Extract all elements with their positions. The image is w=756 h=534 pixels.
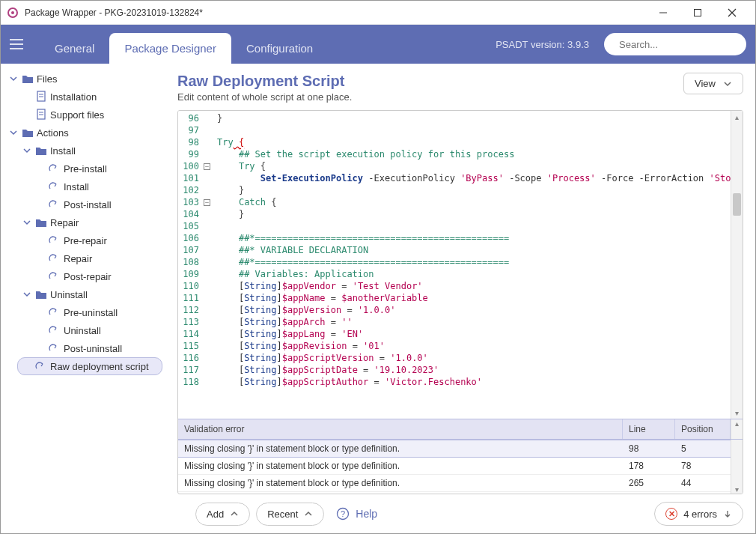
recent-button-label: Recent <box>267 509 298 520</box>
step-icon <box>49 306 61 318</box>
view-button[interactable]: View <box>683 73 743 94</box>
main-area: Files Installation Support files Actions… <box>1 64 755 534</box>
tree-pre-install[interactable]: Pre-install <box>31 160 162 178</box>
validation-line: 178 <box>623 458 675 474</box>
tree-installation[interactable]: Installation <box>17 88 162 106</box>
validation-pos: 44 <box>675 475 731 491</box>
chevron-up-icon <box>230 509 239 518</box>
fold-toggle[interactable]: − <box>204 199 210 206</box>
tree-label: Actions <box>37 127 69 139</box>
col-position[interactable]: Position <box>675 419 731 439</box>
tree-label: Repair <box>50 217 79 228</box>
tree-support-files[interactable]: Support files <box>17 106 162 124</box>
tree-files[interactable]: Files <box>4 70 162 88</box>
arrow-down-icon <box>723 509 732 518</box>
step-icon <box>49 342 61 354</box>
code-text[interactable]: } Try { ## Set the script execution poli… <box>214 111 731 419</box>
scroll-thumb[interactable] <box>733 193 741 216</box>
sidebar-tree: Files Installation Support files Actions… <box>1 64 165 534</box>
col-line[interactable]: Line <box>623 419 675 439</box>
app-icon <box>7 7 19 19</box>
validation-scrollbar[interactable]: ▾ <box>731 440 743 494</box>
step-icon <box>49 270 61 282</box>
content-pane: Raw Deployment Script Edit content of wh… <box>165 64 755 534</box>
tree-post-repair[interactable]: Post-repair <box>31 267 162 285</box>
tree-actions[interactable]: Actions <box>4 124 162 142</box>
add-button[interactable]: Add <box>195 503 250 526</box>
tree-label: Support files <box>50 109 104 121</box>
fold-toggle[interactable]: − <box>204 163 210 170</box>
window-title: Package Wrapper - PKG-20231019-132824* <box>25 7 646 18</box>
code-editor[interactable]: 9697989910010110210310410510610710810911… <box>178 111 743 419</box>
tree-repair[interactable]: Repair <box>17 213 162 231</box>
folder-icon <box>35 216 47 228</box>
scroll-down-icon[interactable]: ▾ <box>731 407 743 419</box>
menu-button[interactable] <box>10 35 28 53</box>
validation-row[interactable]: Missing closing '}' in statement block o… <box>178 440 731 458</box>
tree-post-uninstall[interactable]: Post-uninstall <box>31 339 162 357</box>
tree-label: Post-install <box>64 199 112 210</box>
page-title: Raw Deployment Script <box>177 73 352 90</box>
recent-button[interactable]: Recent <box>256 503 324 526</box>
step-icon <box>49 324 61 336</box>
close-button[interactable] <box>715 1 749 25</box>
val-scroll-up-icon[interactable]: ▴ <box>731 419 743 439</box>
minimize-button[interactable] <box>646 1 680 25</box>
tree-uninstall[interactable]: Uninstall <box>17 285 162 303</box>
errors-button[interactable]: ✕ 4 errors <box>654 502 743 526</box>
tree-post-install[interactable]: Post-install <box>31 195 162 213</box>
tree-label: Raw deployment script <box>50 361 149 372</box>
validation-line: 315 <box>623 492 675 494</box>
tree-label: Installation <box>50 91 97 103</box>
line-gutter: 9697989910010110210310410510610710810911… <box>178 111 204 419</box>
help-link[interactable]: ? Help <box>336 507 377 521</box>
psadt-version: PSADT version: 3.9.3 <box>496 39 589 50</box>
tab-configuration[interactable]: Configuration <box>231 33 328 64</box>
help-icon: ? <box>336 507 350 521</box>
tree-repair[interactable]: Repair <box>31 249 162 267</box>
tree-pre-uninstall[interactable]: Pre-uninstall <box>31 303 162 321</box>
tree-raw-deployment-script[interactable]: Raw deployment script <box>17 357 162 375</box>
errors-label: 4 errors <box>683 509 717 520</box>
search-input[interactable] <box>619 39 745 50</box>
chevron-down-icon <box>8 73 19 84</box>
tree-label: Pre-repair <box>64 235 107 246</box>
tree-label: Post-uninstall <box>64 343 122 354</box>
tab-package-designer[interactable]: Package Designer <box>109 33 231 64</box>
tree-uninstall[interactable]: Uninstall <box>31 321 162 339</box>
editor-scrollbar[interactable]: ▴ ▾ <box>731 111 743 419</box>
titlebar: Package Wrapper - PKG-20231019-132824* <box>1 1 755 25</box>
help-label: Help <box>356 508 377 520</box>
tree-label: Repair <box>64 253 92 264</box>
chevron-down-icon <box>22 289 32 300</box>
validation-row[interactable]: The Try statement is missing its Catch o… <box>178 492 731 494</box>
scroll-down-icon[interactable]: ▾ <box>735 485 739 494</box>
fold-column[interactable]: − − <box>204 111 214 419</box>
col-error[interactable]: Validation error <box>178 419 623 439</box>
validation-row[interactable]: Missing closing '}' in statement block o… <box>178 458 731 475</box>
file-icon <box>35 109 47 121</box>
file-icon <box>35 91 47 103</box>
svg-point-1 <box>11 11 14 14</box>
chevron-down-icon <box>723 79 732 88</box>
validation-row[interactable]: Missing closing '}' in statement block o… <box>178 475 731 492</box>
tree-pre-repair[interactable]: Pre-repair <box>31 231 162 249</box>
validation-msg: The Try statement is missing its Catch o… <box>178 492 623 494</box>
main-tabs: General Package Designer Configuration <box>40 25 328 64</box>
search-box[interactable] <box>604 33 746 55</box>
tree-install[interactable]: Install <box>17 142 162 160</box>
validation-msg: Missing closing '}' in statement block o… <box>178 475 623 491</box>
maximize-button[interactable] <box>680 1 715 25</box>
folder-icon <box>35 145 47 157</box>
tree-install[interactable]: Install <box>31 178 162 195</box>
bottom-bar: Add Recent ? Help ✕ 4 errors <box>177 494 743 529</box>
folder-icon <box>22 127 34 139</box>
tree-label: Post-repair <box>64 271 112 282</box>
scroll-up-icon[interactable]: ▴ <box>731 111 743 123</box>
tab-general[interactable]: General <box>40 33 109 64</box>
svg-text:?: ? <box>341 509 345 518</box>
tree-label: Pre-install <box>64 163 107 175</box>
validation-header: Validation error Line Position ▴ <box>178 419 743 440</box>
chevron-up-icon <box>304 509 313 518</box>
tree-label: Uninstall <box>50 289 88 300</box>
